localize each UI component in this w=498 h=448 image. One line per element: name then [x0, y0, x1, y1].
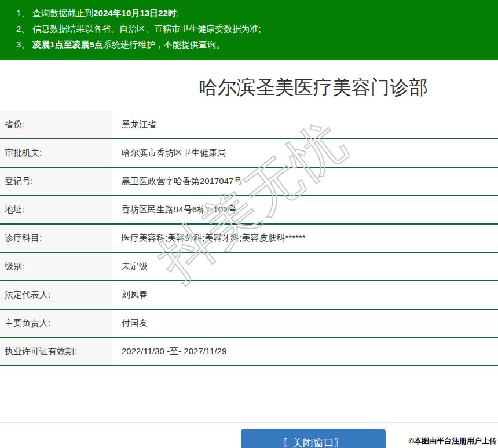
field-value: 2022/11/30 -至- 2027/11/29 — [112, 338, 498, 365]
field-label: 省份: — [0, 111, 112, 138]
field-label: 主要负责人: — [0, 310, 112, 337]
field-value: 哈尔滨市香坊区卫生健康局 — [112, 139, 498, 167]
field-label: 地址: — [0, 196, 112, 223]
field-value: 黑卫医政营字哈香第2017047号 — [112, 168, 498, 195]
table-row: 主要负责人: 付国友 — [0, 310, 498, 338]
field-value: 刘凤春 — [112, 281, 498, 309]
notice-text: 系统进行维护，不能提供查询。 — [103, 39, 225, 49]
notice-bar: 1、查询数据截止到2024年10月13日22时; 2、信息数据结果以各省、自治区… — [0, 0, 498, 60]
field-label: 登记号: — [0, 168, 112, 195]
field-label: 审批机关: — [0, 139, 112, 167]
field-value: 医疗美容科;美容外科;美容牙科;美容皮肤科****** — [112, 225, 498, 252]
notice-text: ; — [177, 8, 179, 18]
field-label: 法定代表人: — [0, 281, 112, 309]
institution-info-table: 省份: 黑龙江省 审批机关: 哈尔滨市香坊区卫生健康局 登记号: 黑卫医政营字哈… — [0, 111, 498, 366]
table-row: 执业许可证有效期: 2022/11/30 -至- 2027/11/29 — [0, 338, 498, 366]
field-label: 诊疗科目: — [0, 225, 112, 252]
notice-text: 信息数据结果以各省、自治区、直辖市卫生健康委数据为准; — [32, 24, 261, 34]
field-value: 黑龙江省 — [112, 111, 498, 138]
close-window-button[interactable]: 〖关闭窗口〗 — [241, 429, 386, 448]
table-row: 诊疗科目: 医疗美容科;美容外科;美容牙科;美容皮肤科****** — [0, 225, 498, 253]
field-value: 未定级 — [112, 253, 498, 280]
field-value: 香坊区民生路94号6栋1-102号 — [112, 196, 498, 223]
table-row: 登记号: 黑卫医政营字哈香第2017047号 — [0, 168, 498, 196]
notice-text-bold: 2024年10月13日22时 — [93, 8, 176, 18]
field-label: 执业许可证有效期: — [0, 338, 112, 365]
bottom-divider — [0, 422, 498, 423]
notice-number: 2、 — [16, 24, 30, 34]
table-row: 法定代表人: 刘凤春 — [0, 281, 498, 310]
table-row: 地址: 香坊区民生路94号6栋1-102号 — [0, 196, 498, 225]
notice-text: 查询数据截止到 — [32, 8, 93, 18]
notice-line-1: 1、查询数据截止到2024年10月13日22时; — [16, 5, 492, 21]
field-value: 付国友 — [112, 310, 498, 337]
notice-text-bold: 凌晨1点至凌晨5点 — [32, 39, 103, 49]
page-title: 哈尔滨圣美医疗美容门诊部 — [0, 60, 498, 100]
upload-credit-note: ©本图由平台注册用户上传 — [408, 436, 497, 446]
notice-number: 3、 — [16, 39, 30, 49]
notice-line-2: 2、信息数据结果以各省、自治区、直辖市卫生健康委数据为准; — [16, 21, 492, 36]
notice-line-3: 3、凌晨1点至凌晨5点系统进行维护，不能提供查询。 — [16, 36, 492, 52]
table-row: 审批机关: 哈尔滨市香坊区卫生健康局 — [0, 139, 498, 168]
field-label: 级别: — [0, 253, 112, 280]
table-row: 级别: 未定级 — [0, 253, 498, 281]
notice-number: 1、 — [16, 8, 30, 18]
table-row: 省份: 黑龙江省 — [0, 111, 498, 139]
